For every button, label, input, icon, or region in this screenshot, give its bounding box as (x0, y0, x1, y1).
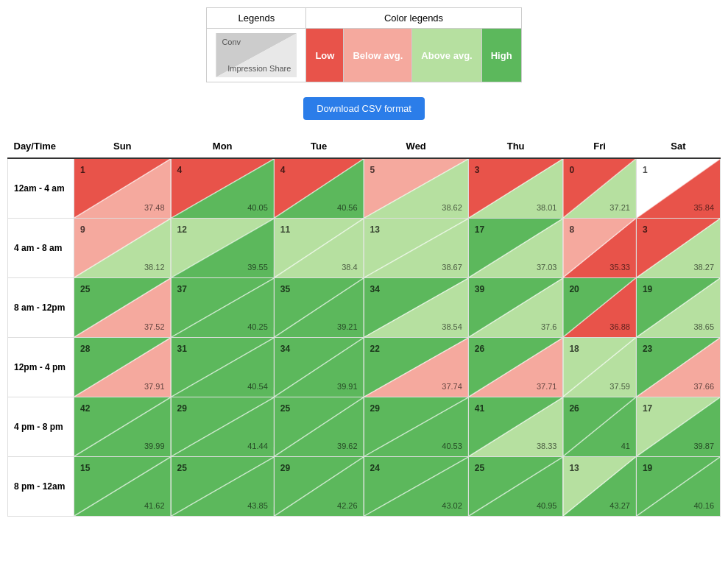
grid-cell: 2537.52 (74, 278, 172, 338)
grid-cell: 2543.85 (171, 457, 274, 517)
cell-value-bottom: 37.52 (144, 322, 165, 331)
grid-cell: 2540.95 (468, 457, 563, 517)
time-label: 12pm - 4 pm (8, 338, 74, 397)
grid-cell: 3937.6 (468, 278, 563, 338)
grid-row: 4 am - 8 am938.121239.551138.41338.67173… (8, 219, 721, 278)
cell-value-top: 4 (280, 165, 286, 175)
grid-cell: 1239.55 (171, 219, 274, 278)
cell-value-top: 3 (475, 165, 480, 175)
cell-value-bottom: 39.91 (337, 382, 358, 391)
legend-title-right: Color legends (306, 8, 521, 29)
cell-value-bottom: 41.62 (144, 501, 165, 510)
legend-low: Low (306, 29, 344, 82)
grid-cell: 338.01 (468, 158, 563, 219)
grid-cell: 2641 (563, 397, 636, 457)
grid-row: 12pm - 4 pm2837.913140.543439.912237.742… (8, 338, 721, 397)
cell-value-top: 1 (643, 165, 648, 175)
grid-row: 8 pm - 12am1541.622543.852942.262443.022… (8, 457, 721, 517)
cell-value-top: 25 (177, 463, 187, 473)
legend-container: Legends Color legends Conv Impression Sh… (7, 7, 721, 82)
col-header-wed: Wed (364, 135, 468, 158)
cell-value-bottom: 38.27 (693, 263, 714, 272)
cell-value-bottom: 42.26 (337, 501, 358, 510)
col-header-daytime: Day/Time (8, 135, 74, 158)
cell-value-top: 41 (475, 403, 484, 414)
grid-cell: 440.56 (274, 158, 364, 219)
cell-value-top: 26 (475, 344, 484, 354)
cell-value-bottom: 35.33 (609, 263, 630, 272)
grid-cell: 3438.54 (364, 278, 468, 338)
grid-cell: 440.05 (171, 158, 274, 219)
cell-value-top: 37 (177, 284, 187, 294)
col-header-fri: Fri (563, 135, 636, 158)
legend-imp-label: Impression Share (227, 64, 291, 73)
cell-value-bottom: 38.33 (537, 442, 557, 450)
col-header-thu: Thu (468, 135, 563, 158)
grid-cell: 2837.91 (74, 338, 172, 397)
cell-value-top: 20 (569, 284, 579, 294)
cell-value-bottom: 37.6 (541, 322, 556, 331)
grid-cell: 135.84 (636, 158, 720, 219)
cell-value-top: 25 (280, 403, 290, 414)
grid-cell: 835.33 (563, 219, 636, 278)
cell-value-top: 11 (280, 224, 290, 235)
cell-value-bottom: 40.95 (537, 501, 557, 510)
cell-value-top: 13 (569, 463, 579, 473)
grid-cell: 2337.66 (636, 338, 720, 397)
col-header-sat: Sat (636, 135, 720, 158)
cell-value-bottom: 36.88 (609, 322, 630, 331)
cell-value-bottom: 38.12 (144, 263, 165, 272)
time-label: 12am - 4 am (8, 158, 74, 219)
cell-value-bottom: 41.44 (247, 442, 268, 450)
cell-value-bottom: 40.54 (247, 382, 268, 391)
cell-value-bottom: 37.74 (442, 382, 462, 391)
cell-value-bottom: 38.4 (342, 263, 357, 272)
grid-cell: 1739.87 (636, 397, 720, 457)
grid-body: 12am - 4 am137.48440.05440.56538.62338.0… (8, 158, 721, 517)
cell-value-top: 29 (370, 403, 380, 414)
cell-value-bottom: 38.54 (442, 322, 462, 331)
cell-value-bottom: 37.03 (537, 263, 557, 272)
grid-cell: 1138.4 (274, 219, 364, 278)
cell-value-bottom: 37.66 (693, 382, 714, 391)
cell-value-bottom: 39.55 (247, 263, 268, 272)
cell-value-bottom: 37.59 (609, 382, 630, 391)
cell-value-bottom: 38.65 (693, 322, 714, 331)
cell-value-bottom: 37.21 (609, 203, 630, 212)
cell-value-top: 19 (643, 463, 652, 473)
grid-cell: 2637.71 (468, 338, 563, 397)
cell-value-bottom: 39.87 (693, 442, 714, 450)
cell-value-top: 13 (370, 224, 380, 235)
cell-value-top: 24 (370, 463, 380, 473)
cell-value-top: 28 (80, 344, 90, 354)
cell-value-top: 8 (569, 224, 574, 235)
cell-value-top: 25 (80, 284, 90, 294)
cell-value-top: 0 (569, 165, 574, 175)
grid-cell: 2942.26 (274, 457, 364, 517)
cell-value-bottom: 43.85 (247, 501, 268, 510)
grid-cell: 2036.88 (563, 278, 636, 338)
grid-cell: 3439.91 (274, 338, 364, 397)
legend-title-left: Legends (207, 8, 306, 29)
cell-value-top: 26 (569, 403, 579, 414)
cell-value-bottom: 43.02 (442, 501, 462, 510)
grid-table: Day/TimeSunMonTueWedThuFriSat 12am - 4 a… (7, 135, 721, 517)
cell-value-bottom: 40.56 (337, 203, 358, 212)
cell-value-top: 12 (177, 224, 187, 235)
cell-value-bottom: 40.53 (442, 442, 462, 450)
legend-high: High (481, 29, 521, 82)
grid-row: 8 am - 12pm2537.523740.253539.213438.543… (8, 278, 721, 338)
grid-cell: 137.48 (74, 158, 172, 219)
cell-value-top: 31 (177, 344, 187, 354)
grid-header-row: Day/TimeSunMonTueWedThuFriSat (8, 135, 721, 158)
grid-cell: 538.62 (364, 158, 468, 219)
legend-conv-label: Conv (222, 38, 241, 46)
cell-value-top: 34 (280, 344, 290, 354)
cell-value-bottom: 35.84 (693, 203, 714, 212)
grid-row: 4 pm - 8 pm4239.992941.442539.622940.534… (8, 397, 721, 457)
cell-value-top: 15 (80, 463, 90, 473)
time-label: 4 am - 8 am (8, 219, 74, 278)
download-csv-button[interactable]: Download CSV format (303, 97, 425, 120)
col-header-mon: Mon (171, 135, 274, 158)
grid-cell: 3140.54 (171, 338, 274, 397)
